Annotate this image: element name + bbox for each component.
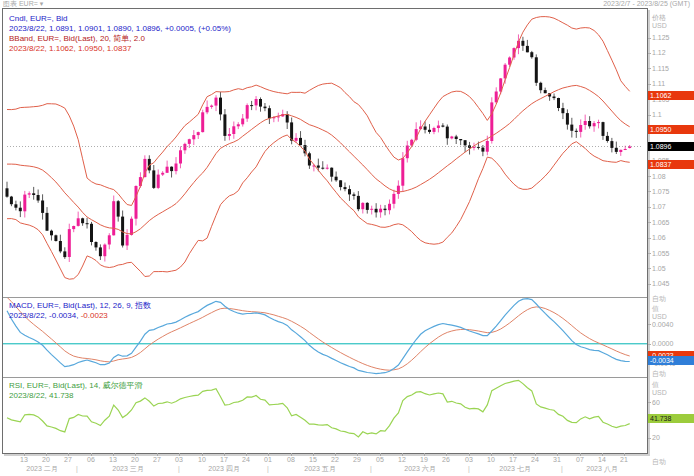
axis-tick-label: 1.065 — [652, 219, 670, 226]
main-legend: Cndl, EUR=, Bid 2023/8/22, 1.0891, 1.090… — [9, 14, 231, 54]
title-bar: 图表 EUR= ▾ 2023/2/7 - 2023/8/25 (GMT) — [0, 0, 694, 8]
rsi-series-label[interactable]: RSI, EUR=, Bid(Last), 14, 威尔德平滑 — [9, 381, 143, 390]
axis-tick-mark — [648, 68, 651, 69]
axis-tick-mark — [648, 222, 651, 223]
axis-tick-label: 1.115 — [652, 65, 669, 72]
macd-legend: MACD, EUR=, Bid(Last), 12, 26, 9, 指数 202… — [9, 301, 151, 321]
day-tick-label: 21 — [620, 456, 628, 463]
axis-tick-mark — [648, 284, 651, 285]
tag-rsi[interactable]: 41.738 — [648, 414, 694, 423]
axis-tick-label: 0.0040 — [652, 321, 673, 328]
day-tick-label: 10 — [198, 456, 206, 463]
axis-tick-label: 60 — [652, 399, 660, 406]
axis-tick-label: 1.055 — [652, 250, 670, 257]
tag-bband-lower[interactable]: 1.0837 — [648, 160, 694, 169]
day-tick-label: 01 — [264, 456, 272, 463]
axis-tick-label: 0.0000 — [652, 340, 673, 347]
tag-bband-middle[interactable]: 1.0950 — [648, 125, 694, 134]
axis-tick-label: 1.08 — [652, 173, 666, 180]
chart-area[interactable]: Cndl, EUR=, Bid 2023/8/22, 1.0891, 1.090… — [2, 8, 648, 454]
month-label: 2023 四月 — [208, 465, 240, 473]
month-separator: | — [76, 465, 78, 473]
day-tick-label: 12 — [398, 456, 406, 463]
day-tick-label: 17 — [509, 456, 517, 463]
auto-scale-label[interactable]: 自动 — [652, 370, 666, 378]
month-label: 2023 三月 — [112, 465, 144, 473]
day-tick-label: 26 — [442, 456, 450, 463]
axis-tick-mark — [648, 207, 651, 208]
axis-tick-mark — [648, 115, 651, 116]
axis-tick-label: 1.11 — [652, 80, 665, 87]
day-tick-label: 13 — [109, 456, 117, 463]
axis-tick-mark — [648, 38, 651, 39]
time-axis[interactable]: 1320270613202703101724010815222905121926… — [2, 455, 662, 475]
day-tick-label: 13 — [20, 456, 28, 463]
axis-tick-label: 1.125 — [652, 34, 670, 41]
auto-scale-label[interactable]: 自动 — [652, 295, 666, 303]
month-label: 2023 六月 — [404, 465, 436, 473]
day-tick-label: 20 — [42, 456, 50, 463]
month-separator: | — [370, 465, 372, 473]
axis-tick-mark — [648, 191, 651, 192]
day-tick-label: 20 — [131, 456, 139, 463]
axis-tick-label: 1.075 — [652, 188, 670, 195]
axis-tick-mark — [648, 324, 651, 325]
axis-tick-label: 1.05 — [652, 265, 666, 272]
month-separator: | — [468, 465, 470, 473]
day-tick-label: 27 — [64, 456, 72, 463]
day-tick-label: 17 — [220, 456, 228, 463]
month-label: 2023 八月 — [586, 465, 618, 473]
day-tick-label: 10 — [487, 456, 495, 463]
month-separator: | — [178, 465, 180, 473]
month-separator: | — [561, 465, 563, 473]
day-tick-label: 15 — [309, 456, 317, 463]
axis-tick-mark — [648, 238, 651, 239]
day-tick-label: 24 — [531, 456, 539, 463]
axis-unit-label: USD — [652, 313, 667, 321]
axis-title: 值 — [652, 305, 659, 313]
month-label: 2023 二月 — [26, 465, 58, 473]
tag-macd-line[interactable]: -0.0034 — [648, 356, 694, 365]
day-tick-label: 03 — [465, 456, 473, 463]
day-tick-label: 05 — [376, 456, 384, 463]
axis-tick-label: 1.045 — [652, 280, 670, 287]
window-title[interactable]: 图表 EUR= ▾ — [3, 0, 43, 8]
day-tick-label: 14 — [598, 456, 606, 463]
tag-bband-upper[interactable]: 1.1062 — [648, 91, 694, 100]
axis-tick-label: 1.07 — [652, 203, 666, 210]
day-tick-label: 29 — [353, 456, 361, 463]
axis-tick-label: 1.12 — [652, 49, 666, 56]
day-tick-label: 19 — [420, 456, 428, 463]
axis-tick-mark — [648, 438, 651, 439]
axis-tick-mark — [648, 53, 651, 54]
day-tick-label: 31 — [553, 456, 561, 463]
axis-unit-label: USD — [652, 389, 667, 397]
macd-value: -0.0034, — [49, 311, 78, 320]
day-tick-label: 27 — [153, 456, 161, 463]
candle-series-label[interactable]: Cndl, EUR=, Bid — [9, 14, 67, 23]
day-tick-label: 03 — [175, 456, 183, 463]
price-axis-column[interactable]: 价格USD1.1251.121.1151.111.1051.11.0951.09… — [650, 8, 694, 460]
tag-last-price[interactable]: 1.0896 — [648, 142, 694, 151]
bband-values: 2023/8/22, 1.1062, 1.0950, 1.0837 — [9, 44, 131, 53]
axis-unit-label: USD — [652, 22, 667, 30]
day-tick-label: 22 — [331, 456, 339, 463]
axis-tick-mark — [648, 344, 651, 345]
month-separator: | — [267, 465, 269, 473]
date-range-label: 2023/2/7 - 2023/8/25 (GMT) — [603, 0, 690, 8]
macd-signal-value: -0.0023 — [81, 311, 108, 320]
axis-tick-label: 1.06 — [652, 234, 666, 241]
axis-tick-mark — [648, 253, 651, 254]
day-tick-label: 07 — [576, 456, 584, 463]
axis-title: 价格 — [652, 14, 666, 22]
rsi-value: 2023/8/22, 41.738 — [9, 391, 74, 400]
bband-series-label[interactable]: BBand, EUR=, Bid(Last), 20, 简单, 2.0 — [9, 34, 145, 43]
axis-tick-label: 20 — [652, 434, 660, 441]
macd-series-label[interactable]: MACD, EUR=, Bid(Last), 12, 26, 9, 指数 — [9, 301, 151, 310]
axis-title: 值 — [652, 381, 659, 389]
month-label: 2023 七月 — [499, 465, 531, 473]
month-label: 2023 五月 — [304, 465, 336, 473]
day-tick-label: 24 — [242, 456, 250, 463]
candles-layer — [6, 34, 632, 262]
rsi-legend: RSI, EUR=, Bid(Last), 14, 威尔德平滑 2023/8/2… — [9, 381, 143, 401]
